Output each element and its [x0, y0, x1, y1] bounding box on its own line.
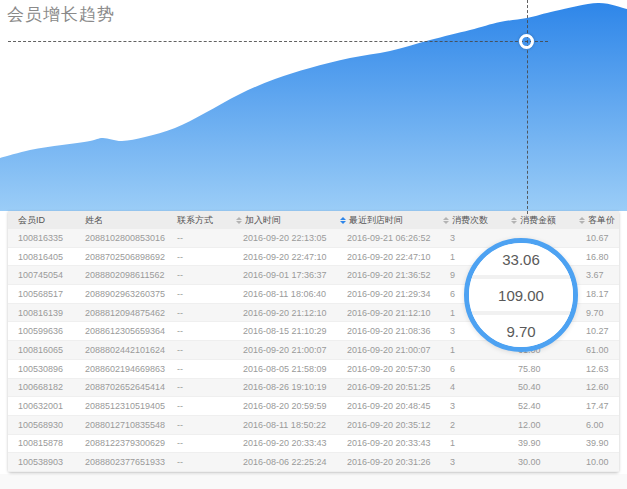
- sort-icon[interactable]: [443, 217, 449, 224]
- cell-3: 2016-08-06 22:25:24: [229, 457, 333, 467]
- column-label: 消费次数: [452, 214, 488, 227]
- cell-2: --: [177, 270, 229, 280]
- table-row: 1006320012088512310519405--2016-08-20 20…: [8, 397, 619, 416]
- cell-0: 100745054: [18, 270, 85, 280]
- cell-3: 2016-08-26 19:10:19: [229, 382, 333, 392]
- cell-1: 2088902963260375: [85, 289, 177, 299]
- cell-4: 2016-09-21 06:26:52: [333, 233, 436, 243]
- column-label: 加入时间: [245, 214, 281, 227]
- cell-0: 100568517: [18, 289, 85, 299]
- cell-4: 2016-09-20 20:33:43: [333, 438, 436, 448]
- column-header-6[interactable]: 消费金额: [504, 214, 572, 227]
- magnifier-highlight: 33.06 109.00 9.70: [464, 238, 578, 352]
- cell-3: 2016-09-20 20:33:43: [229, 438, 333, 448]
- cell-4: 2016-09-20 20:57:30: [333, 364, 436, 374]
- sort-icon[interactable]: [511, 217, 517, 224]
- cell-0: 100816139: [18, 308, 85, 318]
- cell-2: --: [177, 364, 229, 374]
- cell-7: 61.00: [572, 345, 619, 355]
- table-row: 1005389032088802377651933--2016-08-06 22…: [8, 453, 619, 472]
- cell-1: 2088802442101624: [85, 345, 177, 355]
- cell-5: 1: [436, 345, 504, 355]
- area-series: [0, 3, 627, 211]
- cell-7: 17.47: [572, 401, 619, 411]
- member-growth-page: 会员增长趋势 会员ID姓名联系方式加入时间最近到店时间消费次数消费金额客单价 1…: [0, 0, 627, 489]
- column-label: 姓名: [85, 214, 103, 227]
- sort-icon[interactable]: [579, 217, 585, 224]
- cell-1: 2088012710835548: [85, 420, 177, 430]
- cell-6: 75.80: [504, 364, 572, 374]
- column-header-5[interactable]: 消费次数: [436, 214, 504, 227]
- magnified-amount: 109.00: [469, 279, 573, 311]
- member-growth-area-chart: [0, 0, 627, 211]
- column-label: 联系方式: [177, 214, 213, 227]
- cell-3: 2016-08-05 21:58:09: [229, 364, 333, 374]
- cell-6: 39.90: [504, 438, 572, 448]
- cell-0: 100568930: [18, 420, 85, 430]
- table-row: 1008158782088122379300629--2016-09-20 20…: [8, 435, 619, 454]
- cell-7: 10.00: [572, 457, 619, 467]
- cell-7: 39.90: [572, 438, 619, 448]
- cell-0: 100816335: [18, 233, 85, 243]
- cell-6: 12.00: [504, 420, 572, 430]
- cell-2: --: [177, 401, 229, 411]
- cell-3: 2016-09-20 22:47:10: [229, 252, 333, 262]
- cell-1: 2088102800853016: [85, 233, 177, 243]
- cell-2: --: [177, 233, 229, 243]
- column-header-3[interactable]: 加入时间: [229, 214, 333, 227]
- column-header-7[interactable]: 客单价: [572, 214, 619, 227]
- column-header-0: 会员ID: [18, 214, 85, 227]
- cell-6: 52.40: [504, 401, 572, 411]
- cell-4: 2016-09-20 21:36:52: [333, 270, 436, 280]
- cell-4: 2016-09-20 20:48:45: [333, 401, 436, 411]
- column-label: 客单价: [588, 214, 615, 227]
- cell-7: 10.67: [572, 233, 619, 243]
- crosshair-vertical-dashed-line: [527, 0, 528, 214]
- table-row: 1006681822088702652645414--2016-08-26 19…: [8, 379, 619, 398]
- cell-5: 1: [436, 438, 504, 448]
- page-bottom-background: [0, 474, 627, 489]
- table-row: 1005308962088602194669863--2016-08-05 21…: [8, 360, 619, 379]
- cell-6: 30.00: [504, 457, 572, 467]
- cell-0: 100538903: [18, 457, 85, 467]
- sort-icon[interactable]: [236, 217, 242, 224]
- cell-3: 2016-08-15 21:10:29: [229, 326, 333, 336]
- cell-3: 2016-09-01 17:36:37: [229, 270, 333, 280]
- cell-7: 6.00: [572, 420, 619, 430]
- cell-5: 3: [436, 233, 504, 243]
- cell-1: 2088602194669863: [85, 364, 177, 374]
- cell-2: --: [177, 438, 229, 448]
- column-header-4[interactable]: 最近到店时间: [333, 214, 436, 227]
- cell-5: 4: [436, 382, 504, 392]
- sort-icon[interactable]: [340, 217, 346, 224]
- cell-5: 3: [436, 401, 504, 411]
- column-label: 会员ID: [18, 214, 45, 227]
- cell-2: --: [177, 457, 229, 467]
- cell-3: 2016-08-11 18:06:40: [229, 289, 333, 299]
- cell-1: 2088802377651933: [85, 457, 177, 467]
- cell-2: --: [177, 345, 229, 355]
- cell-5: 6: [436, 364, 504, 374]
- cell-1: 2088802098611562: [85, 270, 177, 280]
- column-header-2: 联系方式: [177, 214, 229, 227]
- cell-0: 100530896: [18, 364, 85, 374]
- cell-2: --: [177, 252, 229, 262]
- cell-0: 100816405: [18, 252, 85, 262]
- cell-4: 2016-09-20 21:12:10: [333, 308, 436, 318]
- cell-4: 2016-09-20 20:35:12: [333, 420, 436, 430]
- cell-4: 2016-09-20 21:29:34: [333, 289, 436, 299]
- cell-4: 2016-09-20 20:31:26: [333, 457, 436, 467]
- cell-2: --: [177, 420, 229, 430]
- cell-7: 9.70: [572, 308, 619, 318]
- cell-4: 2016-09-20 22:47:10: [333, 252, 436, 262]
- table-row: 1005689302088012710835548--2016-08-11 18…: [8, 416, 619, 435]
- cell-6: 50.40: [504, 382, 572, 392]
- cell-1: 2088702506898692: [85, 252, 177, 262]
- cell-7: 3.67: [572, 270, 619, 280]
- chart-point-marker[interactable]: [519, 34, 534, 49]
- page-title: 会员增长趋势: [7, 3, 115, 26]
- cell-7: 12.63: [572, 364, 619, 374]
- cell-2: --: [177, 326, 229, 336]
- cell-7: 12.60: [572, 382, 619, 392]
- cell-5: 2: [436, 420, 504, 430]
